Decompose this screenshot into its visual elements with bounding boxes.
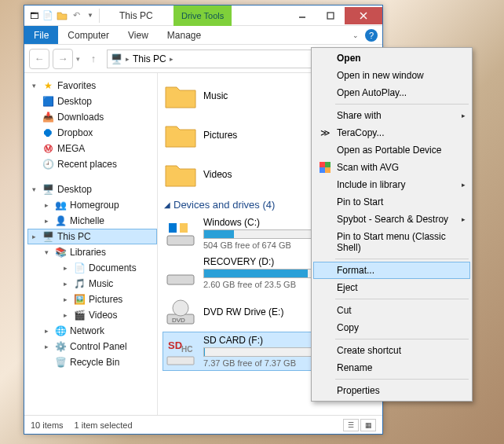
capacity-bar: [203, 347, 321, 357]
view-details-button[interactable]: ☰: [343, 419, 359, 431]
ctx-share-with[interactable]: Share with▸: [313, 107, 470, 124]
nav-forward-button[interactable]: →: [53, 49, 73, 69]
chevron-right-icon[interactable]: ▸: [42, 326, 51, 336]
ctx-teracopy[interactable]: ≫TeraCopy...: [313, 124, 470, 141]
ctx-create-shortcut[interactable]: Create shortcut: [313, 342, 470, 359]
ctx-rename[interactable]: Rename: [313, 359, 470, 376]
libraries-icon: 📚: [54, 246, 67, 259]
chevron-right-icon[interactable]: ▸: [60, 295, 70, 304]
tree-label: This PC: [57, 231, 91, 242]
svg-point-9: [173, 300, 188, 316]
user-icon: 👤: [54, 215, 67, 227]
ctx-format[interactable]: Format...: [313, 262, 470, 279]
chevron-right-icon[interactable]: ▸: [126, 55, 130, 63]
tree-label: Recycle Bin: [70, 357, 119, 368]
ctx-cut[interactable]: Cut: [313, 302, 470, 319]
expand-ribbon-icon[interactable]: ⌄: [352, 31, 359, 39]
breadcrumb-this-pc[interactable]: This PC: [133, 53, 166, 64]
submenu-arrow-icon: ▸: [462, 215, 466, 223]
tree-item-libraries[interactable]: ▾📚Libraries: [27, 244, 157, 260]
ctx-eject[interactable]: Eject: [313, 279, 470, 296]
drive-icon: [164, 256, 197, 289]
recent-places-icon: 🕘: [42, 158, 54, 171]
ctx-label: Format...: [337, 265, 374, 276]
documents-icon: 📄: [73, 262, 86, 274]
tab-computer[interactable]: Computer: [58, 26, 119, 44]
ctx-open[interactable]: Open: [313, 50, 470, 67]
ctx-copy[interactable]: Copy: [313, 319, 470, 336]
chevron-down-icon[interactable]: ▾: [29, 185, 38, 194]
chevron-right-icon[interactable]: ▸: [60, 263, 70, 273]
ctx-pin-start[interactable]: Pin to Start: [313, 193, 470, 211]
homegroup-icon: 👥: [54, 199, 67, 211]
tab-view[interactable]: View: [119, 26, 158, 44]
tree-item-music[interactable]: ▸🎵Music: [27, 276, 157, 292]
ctx-label: Include in library: [337, 179, 405, 190]
ctx-label: Open: [337, 53, 361, 64]
undo-icon[interactable]: ↶: [70, 9, 82, 22]
tree-item-documents[interactable]: ▸📄Documents: [27, 260, 157, 276]
ctx-pin-classic[interactable]: Pin to Start menu (Classic Shell): [313, 228, 470, 256]
tree-item-user[interactable]: ▸👤Michelle: [27, 213, 157, 229]
group-header-label: Devices and drives (4): [173, 199, 275, 211]
tab-file[interactable]: File: [24, 26, 58, 44]
help-icon[interactable]: ?: [365, 29, 378, 42]
new-folder-icon[interactable]: [56, 9, 68, 22]
ctx-properties[interactable]: Properties: [313, 382, 470, 399]
tree-root-favorites[interactable]: ▾ ★ Favorites: [27, 78, 157, 94]
ctx-label: Pin to Start menu (Classic Shell): [337, 231, 453, 253]
chevron-right-icon[interactable]: ▸: [170, 55, 173, 63]
chevron-right-icon[interactable]: ▸: [42, 216, 51, 226]
tree-item-homegroup[interactable]: ▸👥Homegroup: [27, 197, 157, 213]
chevron-right-icon[interactable]: ▸: [60, 279, 70, 288]
nav-up-button[interactable]: ↑: [83, 49, 104, 69]
ctx-label: Properties: [337, 385, 380, 396]
downloads-icon: 📥: [42, 111, 54, 123]
svg-text:HC: HC: [181, 345, 192, 354]
tree-root-desktop[interactable]: ▾ 🖥️ Desktop: [27, 182, 157, 197]
ctx-open-new-window[interactable]: Open in new window: [313, 67, 470, 84]
svg-rect-17: [325, 167, 331, 173]
view-icons-button[interactable]: ▦: [360, 419, 376, 431]
tab-manage[interactable]: Manage: [158, 26, 210, 44]
chevron-right-icon[interactable]: ▸: [42, 200, 51, 210]
minimize-button[interactable]: [288, 7, 316, 24]
tree-item-control-panel[interactable]: ▸⚙️Control Panel: [27, 339, 157, 354]
chevron-down-icon[interactable]: ▼: [84, 9, 97, 22]
tree-item-downloads[interactable]: 📥Downloads: [27, 109, 157, 125]
chevron-down-icon[interactable]: ▾: [29, 81, 38, 90]
chevron-right-icon[interactable]: ▸: [29, 232, 38, 241]
pictures-icon: 🖼️: [73, 293, 86, 306]
close-button[interactable]: [345, 7, 382, 24]
tree-item-recent[interactable]: 🕘Recent places: [27, 156, 157, 172]
desktop-icon: 🖥️: [42, 183, 54, 196]
properties-icon[interactable]: 📄: [42, 9, 54, 22]
ctx-include-library[interactable]: Include in library▸: [313, 176, 470, 193]
tree-item-recycle-bin[interactable]: 🗑️Recycle Bin: [27, 354, 157, 370]
tree-item-this-pc[interactable]: ▸🖥️This PC: [27, 229, 157, 244]
ctx-separator: [335, 299, 469, 299]
maximize-button[interactable]: [316, 7, 345, 24]
ctx-scan-avg[interactable]: Scan with AVG: [313, 159, 470, 176]
ctx-portable-device[interactable]: Open as Portable Device: [313, 141, 470, 159]
dvd-drive-icon: DVD: [164, 295, 197, 328]
ctx-label: Copy: [337, 322, 359, 333]
tree-item-dropbox[interactable]: ⯃Dropbox: [27, 125, 157, 141]
tree-item-network[interactable]: ▸🌐Network: [27, 323, 157, 339]
nav-back-button[interactable]: ←: [29, 49, 49, 69]
computer-icon: 🖥️: [111, 53, 122, 64]
dropbox-icon: ⯃: [42, 127, 54, 139]
drive-tools-context-tab[interactable]: Drive Tools: [173, 6, 232, 26]
tree-item-mega[interactable]: ⓂMEGA: [27, 141, 157, 156]
ctx-spybot[interactable]: Spybot - Search & Destroy▸: [313, 211, 470, 228]
recent-locations-icon[interactable]: ▾: [76, 55, 80, 63]
tree-item-pictures[interactable]: ▸🖼️Pictures: [27, 292, 157, 307]
control-panel-icon: ⚙️: [54, 340, 67, 353]
chevron-right-icon[interactable]: ▸: [60, 310, 70, 320]
chevron-right-icon[interactable]: ▸: [42, 342, 51, 351]
tree-label: MEGA: [57, 143, 85, 154]
chevron-down-icon[interactable]: ▾: [42, 248, 51, 257]
tree-item-videos[interactable]: ▸🎬Videos: [27, 307, 157, 323]
ctx-autoplay[interactable]: Open AutoPlay...: [313, 84, 470, 101]
tree-item-desktop-fav[interactable]: 🟦Desktop: [27, 94, 157, 109]
